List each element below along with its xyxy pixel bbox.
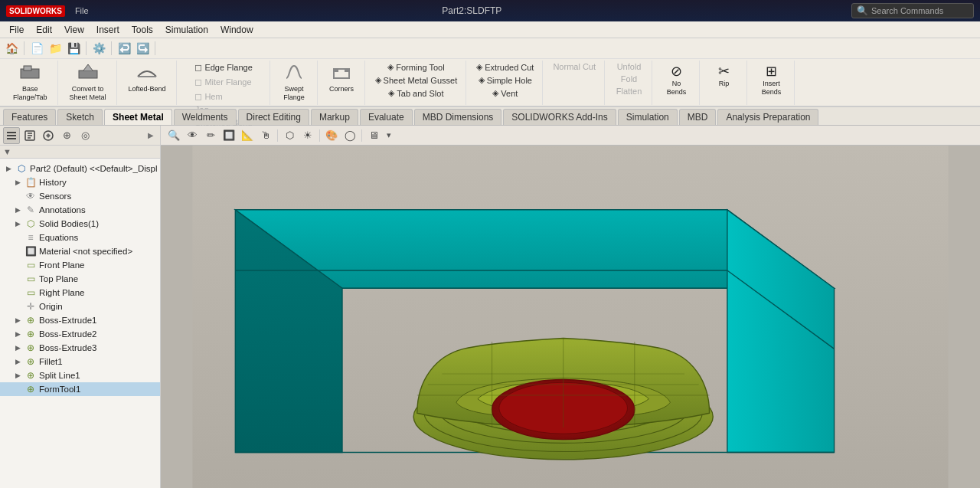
hem-button[interactable]: ◻ Hem	[191, 90, 256, 103]
tree-arrow: ▶	[15, 344, 24, 352]
tree-item-part-root[interactable]: ▶ ⬡ Part2 (Default) <<Default>_Displ	[0, 162, 160, 175]
home-button[interactable]: 🏠	[3, 40, 20, 57]
tab-mbd-dimensions[interactable]: MBD Dimensions	[414, 109, 502, 125]
no-bends-button[interactable]: ⊘ NoBends	[662, 61, 692, 99]
ribbon-group-lofted: Lofted-Bend	[119, 61, 177, 105]
vp-view-icon[interactable]: 🔲	[220, 127, 237, 144]
vp-light-icon[interactable]: ☀	[299, 127, 316, 144]
tree-item-history[interactable]: ▶ 📋 History	[0, 175, 160, 189]
equations-label: Equations	[39, 233, 78, 242]
tab-features[interactable]: Features	[3, 109, 56, 125]
menu-file[interactable]: File	[3, 23, 30, 37]
vp-section-icon[interactable]: ⬡	[281, 127, 298, 144]
tree-item-origin[interactable]: ✛ Origin	[0, 300, 160, 313]
normal-cut-button[interactable]: Normal Cut	[549, 61, 599, 73]
tree-item-equations[interactable]: ≡ Equations	[0, 231, 160, 244]
tree-item-front-plane[interactable]: ▭ Front Plane	[0, 258, 160, 272]
tree-item-boss-extrude3[interactable]: ▶ ⊕ Boss-Extrude3	[0, 341, 160, 355]
convert-to-sheet-metal-button[interactable]: Convert toSheet Metal	[64, 61, 112, 104]
forming-tool-icon: ◈	[387, 62, 394, 72]
tree-item-fillet1[interactable]: ▶ ⊕ Fillet1	[0, 355, 160, 368]
settings-button[interactable]: ⚙️	[90, 40, 107, 57]
ribbon-group-no-bends: ⊘ NoBends	[654, 61, 700, 105]
tab-solidworks-addins[interactable]: SOLIDWORKS Add-Ins	[503, 109, 616, 125]
undo-button[interactable]: ↩️	[116, 40, 132, 57]
tab-mbd[interactable]: MBD	[679, 109, 717, 125]
tree-item-annotations[interactable]: ▶ ✎ Annotations	[0, 203, 160, 217]
tree-item-solid-bodies[interactable]: ▶ ⬡ Solid Bodies(1)	[0, 217, 160, 231]
vp-edit-icon[interactable]: ✏	[202, 127, 219, 144]
sep3	[111, 41, 112, 55]
extruded-cut-button[interactable]: ◈ Extruded Cut	[472, 61, 537, 74]
vent-button[interactable]: ◈ Vent	[488, 87, 521, 100]
tab-weldments[interactable]: Weldments	[174, 109, 237, 125]
main-area: ⊕ ◎ ▶ ▼ ▶ ⬡ Part2 (Default) <<Default>_D…	[0, 126, 980, 488]
simple-hole-button[interactable]: ◈ Simple Hole	[475, 74, 536, 87]
tree-item-boss-extrude2[interactable]: ▶ ⊕ Boss-Extrude2	[0, 327, 160, 341]
history-label: History	[39, 178, 67, 187]
tree-item-split-line1[interactable]: ▶ ⊕ Split Line1	[0, 368, 160, 382]
open-button[interactable]: 📁	[47, 40, 64, 57]
ribbon-group-convert: Convert toSheet Metal	[60, 61, 117, 105]
tab-sheet-metal[interactable]: Sheet Metal	[104, 109, 172, 125]
sheet-metal-gusset-button[interactable]: ◈ Sheet Metal Gusset	[371, 74, 462, 87]
swept-flange-button[interactable]: SweptFlange	[278, 61, 310, 104]
miter-flange-button[interactable]: ◻ Miter Flange	[191, 75, 256, 89]
property-manager-icon[interactable]	[21, 127, 38, 144]
tree-item-formtool1[interactable]: ⊕ FormTool1	[0, 382, 160, 396]
ribbon-group-base: BaseFlange/Tab	[3, 61, 58, 105]
menu-window[interactable]: Window	[214, 23, 260, 37]
unfold-button[interactable]: Unfold	[613, 61, 645, 73]
new-button[interactable]: 📄	[28, 40, 45, 57]
feature-manager-icon[interactable]	[3, 127, 20, 144]
3d-scene[interactable]	[161, 146, 980, 488]
menu-tools[interactable]: Tools	[126, 23, 159, 37]
tab-analysis[interactable]: Analysis Preparation	[717, 109, 818, 125]
save-button[interactable]: 💾	[65, 40, 82, 57]
insert-bends-button[interactable]: ⊞ InsertBends	[756, 61, 787, 99]
gusset-icon: ◈	[375, 75, 381, 85]
expand-panel-button[interactable]: ▶	[145, 129, 157, 142]
tab-markup[interactable]: Markup	[311, 109, 358, 125]
plus-icon[interactable]: ⊕	[58, 127, 75, 144]
vp-measure-icon[interactable]: 📐	[239, 127, 256, 144]
menu-view[interactable]: View	[58, 23, 90, 37]
viewport: 🔍 👁 ✏ 🔲 📐 🖱 ⬡ ☀ 🎨 ◯ 🖥 ▾	[161, 126, 980, 488]
vp-zoom-icon[interactable]: 🔍	[165, 127, 182, 144]
corners-button[interactable]: Corners	[324, 61, 359, 95]
rip-button[interactable]: ✂ Rip	[713, 61, 735, 90]
tree-item-right-plane[interactable]: ▭ Right Plane	[0, 286, 160, 300]
tab-direct-editing[interactable]: Direct Editing	[238, 109, 309, 125]
lofted-bend-button[interactable]: Lofted-Bend	[123, 61, 172, 96]
tab-sketch[interactable]: Sketch	[57, 109, 103, 125]
redo-button[interactable]: ↪️	[134, 40, 151, 57]
tab-evaluate[interactable]: Evaluate	[360, 109, 413, 125]
menu-simulation[interactable]: Simulation	[159, 23, 214, 37]
menu-file[interactable]: File	[71, 5, 93, 17]
vp-rotate-icon[interactable]: 👁	[184, 127, 201, 144]
vp-display-icon[interactable]: 🖥	[365, 127, 382, 144]
tree-item-boss-extrude1[interactable]: ▶ ⊕ Boss-Extrude1	[0, 313, 160, 327]
tab-and-slot-button[interactable]: ◈ Tab and Slot	[384, 87, 447, 100]
vp-render-icon[interactable]: ◯	[341, 127, 358, 144]
filter-bar: ▼	[0, 146, 160, 159]
forming-tool-button[interactable]: ◈ Forming Tool	[384, 61, 448, 74]
vp-appearance-icon[interactable]: 🎨	[323, 127, 340, 144]
circle-icon[interactable]: ◎	[77, 127, 93, 144]
tree-item-material[interactable]: 🔲 Material <not specified>	[0, 244, 160, 258]
flatten-button[interactable]: Flatten	[612, 85, 646, 97]
simple-hole-icon: ◈	[479, 75, 485, 85]
tree-arrow: ▶	[15, 220, 24, 228]
menu-edit[interactable]: Edit	[30, 23, 58, 37]
menu-insert[interactable]: Insert	[90, 23, 126, 37]
search-commands[interactable]: 🔍 Search Commands	[851, 3, 974, 18]
edge-flange-button[interactable]: ◻ Edge Flange	[191, 61, 256, 74]
fold-button[interactable]: Fold	[617, 73, 641, 85]
tab-simulation[interactable]: Simulation	[618, 109, 678, 125]
configuration-manager-icon[interactable]	[40, 127, 57, 144]
tree-item-sensors[interactable]: 👁 Sensors	[0, 189, 160, 203]
tree-item-top-plane[interactable]: ▭ Top Plane	[0, 272, 160, 286]
window-title: Part2:SLDFTP	[93, 5, 851, 16]
base-flange-button[interactable]: BaseFlange/Tab	[8, 61, 53, 104]
vp-cursor-icon[interactable]: 🖱	[257, 127, 274, 144]
